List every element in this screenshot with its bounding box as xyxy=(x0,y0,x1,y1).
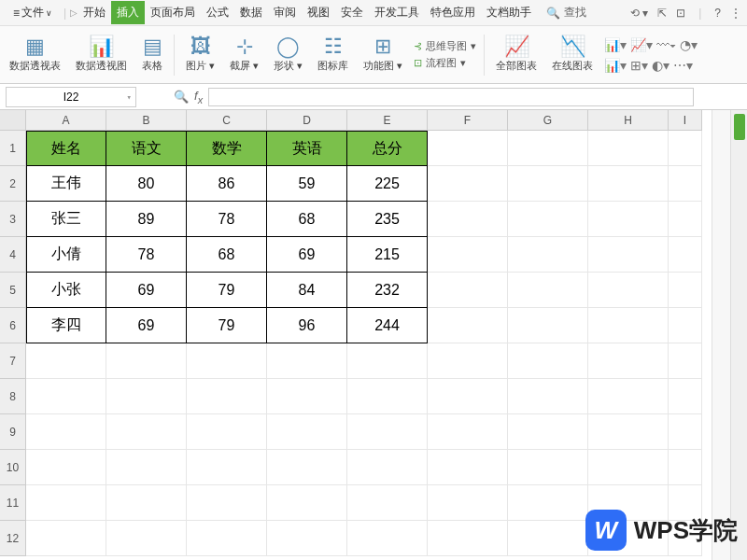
cell-H8[interactable] xyxy=(588,379,669,414)
cell-I9[interactable] xyxy=(669,414,702,450)
col-header-H[interactable]: H xyxy=(588,110,669,131)
mini-chart-7-icon[interactable]: ◐▾ xyxy=(652,58,669,73)
cell-A1[interactable]: 姓名 xyxy=(26,131,106,166)
cell-H1[interactable] xyxy=(588,131,669,166)
cell-E4[interactable]: 215 xyxy=(347,237,428,273)
cell-G7[interactable] xyxy=(508,343,588,379)
help-icon[interactable]: ? xyxy=(714,7,721,20)
cell-A11[interactable] xyxy=(26,485,106,521)
cell-C1[interactable]: 数学 xyxy=(187,131,267,166)
cell-D9[interactable] xyxy=(267,414,347,450)
cell-G6[interactable] xyxy=(508,308,588,343)
col-header-E[interactable]: E xyxy=(347,110,428,131)
cell-A4[interactable]: 小倩 xyxy=(26,237,106,273)
cell-B5[interactable]: 69 xyxy=(106,273,187,308)
cell-E5[interactable]: 232 xyxy=(347,273,428,308)
cell-F2[interactable] xyxy=(428,166,508,202)
zoom-formula-icon[interactable]: 🔍 xyxy=(174,90,189,104)
cell-H2[interactable] xyxy=(588,166,669,202)
tab-开始[interactable]: 开始 xyxy=(78,1,111,24)
mini-chart-3-icon[interactable]: 〰▾ xyxy=(656,37,676,52)
tab-特色应用[interactable]: 特色应用 xyxy=(425,1,481,24)
cell-H7[interactable] xyxy=(588,343,669,379)
cell-G5[interactable] xyxy=(508,273,588,308)
cell-B4[interactable]: 78 xyxy=(106,237,187,273)
row-header-7[interactable]: 7 xyxy=(0,343,26,379)
cell-I5[interactable] xyxy=(669,273,702,308)
cell-G2[interactable] xyxy=(508,166,588,202)
cell-F7[interactable] xyxy=(428,343,508,379)
mini-chart-6-icon[interactable]: ⊞▾ xyxy=(630,58,648,73)
cell-E11[interactable] xyxy=(347,485,428,521)
cell-F11[interactable] xyxy=(428,485,508,521)
tab-文档助手[interactable]: 文档助手 xyxy=(481,1,537,24)
cell-A2[interactable]: 王伟 xyxy=(26,166,106,202)
cell-G4[interactable] xyxy=(508,237,588,273)
row-header-2[interactable]: 2 xyxy=(0,166,26,202)
more-icon[interactable]: ⋮ xyxy=(730,7,741,20)
file-menu[interactable]: ≡ 文件 ∨ xyxy=(6,3,60,22)
cell-C6[interactable]: 79 xyxy=(187,308,267,343)
cell-F4[interactable] xyxy=(428,237,508,273)
cell-B12[interactable] xyxy=(106,521,187,556)
tab-开发工具[interactable]: 开发工具 xyxy=(369,1,425,24)
cell-G1[interactable] xyxy=(508,131,588,166)
cell-H5[interactable] xyxy=(588,273,669,308)
formula-input[interactable] xyxy=(208,88,694,106)
cell-B10[interactable] xyxy=(106,450,187,485)
mini-chart-1-icon[interactable]: 📊▾ xyxy=(604,37,627,52)
cell-I1[interactable] xyxy=(669,131,702,166)
cell-E8[interactable] xyxy=(347,379,428,414)
cell-G12[interactable] xyxy=(508,521,588,556)
function-chart-button[interactable]: ⊞功能图 ▾ xyxy=(359,35,406,75)
search-box[interactable]: 🔍查找 xyxy=(546,5,586,21)
picture-button[interactable]: 🖼图片 ▾ xyxy=(182,35,218,75)
cell-D1[interactable]: 英语 xyxy=(267,131,347,166)
cell-D2[interactable]: 59 xyxy=(267,166,347,202)
tab-安全[interactable]: 安全 xyxy=(335,1,369,24)
tab-公式[interactable]: 公式 xyxy=(201,1,234,24)
cell-C4[interactable]: 68 xyxy=(187,237,267,273)
cell-I3[interactable] xyxy=(669,202,702,237)
cell-I2[interactable] xyxy=(669,166,702,202)
cell-B3[interactable]: 89 xyxy=(106,202,187,237)
cell-A3[interactable]: 张三 xyxy=(26,202,106,237)
cell-I8[interactable] xyxy=(669,379,702,414)
tab-审阅[interactable]: 审阅 xyxy=(268,1,302,24)
col-header-G[interactable]: G xyxy=(508,110,588,131)
cell-B6[interactable]: 69 xyxy=(106,308,187,343)
cell-H6[interactable] xyxy=(588,308,669,343)
cell-B11[interactable] xyxy=(106,485,187,521)
cell-I6[interactable] xyxy=(669,308,702,343)
shape-button[interactable]: ◯形状 ▾ xyxy=(270,35,306,75)
fx-icon[interactable]: fx xyxy=(194,89,203,105)
cell-F1[interactable] xyxy=(428,131,508,166)
cell-H4[interactable] xyxy=(588,237,669,273)
cell-F3[interactable] xyxy=(428,202,508,237)
cell-I10[interactable] xyxy=(669,450,702,485)
cell-C11[interactable] xyxy=(187,485,267,521)
cell-D12[interactable] xyxy=(267,521,347,556)
cell-A12[interactable] xyxy=(26,521,106,556)
cell-C9[interactable] xyxy=(187,414,267,450)
cell-B2[interactable]: 80 xyxy=(106,166,187,202)
online-charts-button[interactable]: 📉在线图表 xyxy=(548,35,597,75)
col-header-I[interactable]: I xyxy=(669,110,702,131)
row-header-11[interactable]: 11 xyxy=(0,485,26,521)
iconlib-button[interactable]: ☷图标库 xyxy=(314,35,352,75)
cell-D5[interactable]: 84 xyxy=(267,273,347,308)
pivot-table-button[interactable]: ▦数据透视表 xyxy=(6,35,64,75)
cell-G8[interactable] xyxy=(508,379,588,414)
cell-E6[interactable]: 244 xyxy=(347,308,428,343)
cell-A10[interactable] xyxy=(26,450,106,485)
cell-E3[interactable]: 235 xyxy=(347,202,428,237)
cell-A5[interactable]: 小张 xyxy=(26,273,106,308)
flowchart-button[interactable]: ⊡ 流程图 ▾ xyxy=(414,56,476,70)
box-icon[interactable]: ⊡ xyxy=(676,7,685,20)
cell-A9[interactable] xyxy=(26,414,106,450)
cell-G3[interactable] xyxy=(508,202,588,237)
mini-chart-2-icon[interactable]: 📈▾ xyxy=(630,37,653,52)
cell-A8[interactable] xyxy=(26,379,106,414)
tab-视图[interactable]: 视图 xyxy=(302,1,335,24)
cell-B7[interactable] xyxy=(106,343,187,379)
